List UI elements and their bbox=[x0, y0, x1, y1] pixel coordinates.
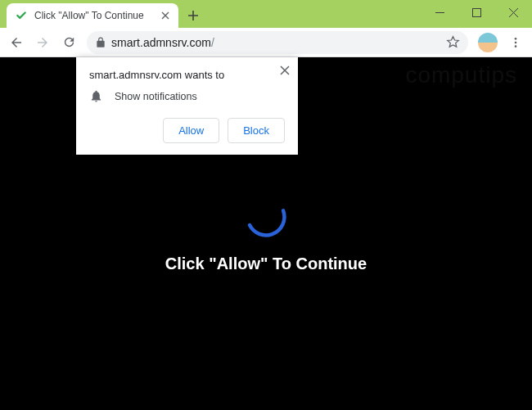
allow-button[interactable]: Allow bbox=[163, 118, 219, 143]
back-button[interactable] bbox=[5, 31, 28, 54]
notification-permission-dialog: smart.admnsrv.com wants to Show notifica… bbox=[76, 57, 298, 155]
close-icon[interactable] bbox=[280, 65, 290, 75]
browser-toolbar: smart.admnsrv.com/ bbox=[0, 28, 532, 57]
window-controls bbox=[422, 0, 532, 25]
close-window-button[interactable] bbox=[495, 0, 532, 25]
menu-button[interactable] bbox=[504, 31, 527, 54]
page-content: computips Click "Allow" To Continue smar… bbox=[0, 57, 532, 410]
watermark-text: computips bbox=[405, 62, 517, 88]
bookmark-icon[interactable] bbox=[446, 35, 460, 49]
checkmark-icon bbox=[15, 9, 28, 22]
reload-button[interactable] bbox=[57, 31, 80, 54]
minimize-button[interactable] bbox=[422, 0, 458, 25]
forward-button[interactable] bbox=[31, 31, 54, 54]
permission-row: Show notifications bbox=[89, 89, 285, 103]
permission-prompt-text: smart.admnsrv.com wants to bbox=[89, 69, 285, 81]
svg-point-1 bbox=[515, 38, 517, 40]
svg-point-4 bbox=[242, 193, 289, 240]
lock-icon bbox=[95, 37, 106, 48]
svg-rect-0 bbox=[473, 8, 481, 16]
maximize-button[interactable] bbox=[458, 0, 495, 25]
new-tab-button[interactable] bbox=[182, 4, 205, 27]
close-icon[interactable] bbox=[159, 9, 172, 22]
tab-title: Click "Allow" To Continue bbox=[34, 10, 159, 21]
main-instruction-text: Click "Allow" To Continue bbox=[165, 255, 367, 273]
block-button[interactable]: Block bbox=[228, 118, 285, 143]
bell-icon bbox=[89, 89, 103, 103]
svg-point-3 bbox=[515, 45, 517, 47]
permission-description: Show notifications bbox=[115, 91, 197, 102]
svg-point-2 bbox=[515, 41, 517, 43]
window-titlebar: Click "Allow" To Continue bbox=[0, 0, 532, 28]
profile-avatar[interactable] bbox=[478, 33, 498, 52]
address-bar[interactable]: smart.admnsrv.com/ bbox=[87, 31, 468, 54]
permission-buttons: Allow Block bbox=[89, 118, 285, 143]
url-text: smart.admnsrv.com/ bbox=[111, 36, 446, 49]
browser-tab[interactable]: Click "Allow" To Continue bbox=[7, 3, 178, 28]
loading-spinner-icon bbox=[243, 194, 289, 240]
